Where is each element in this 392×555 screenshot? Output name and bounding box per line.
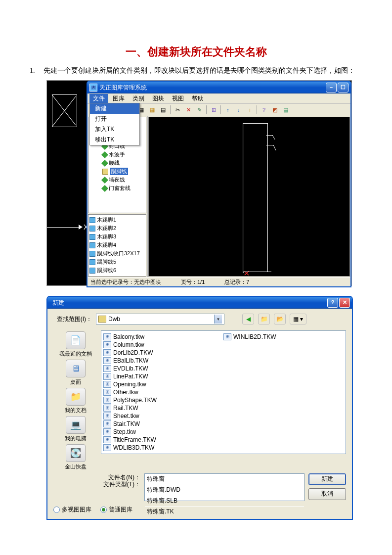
- list-item[interactable]: 木踢脚2: [97, 225, 116, 232]
- tree-node-selected[interactable]: 踢脚线: [110, 168, 128, 175]
- block-list[interactable]: 木踢脚1 木踢脚2 木踢脚3 木踢脚4 踢脚线收口32X17 踢脚线5 踢脚线6: [88, 214, 146, 277]
- tool-grid2-icon[interactable]: ▦: [147, 105, 157, 115]
- tree-node[interactable]: 水波手: [109, 151, 125, 158]
- menu-library[interactable]: 图库: [109, 94, 128, 103]
- menu-category[interactable]: 类别: [129, 94, 148, 103]
- file-item[interactable]: 圕Stair.TKW: [103, 420, 223, 428]
- tool-up-icon[interactable]: ↑: [223, 105, 233, 115]
- up-button[interactable]: 📁: [258, 314, 270, 324]
- mycomputer-icon: 💻: [66, 416, 86, 434]
- file-item[interactable]: 圕WINLIB2D.TKW: [223, 333, 344, 341]
- filetype-option[interactable]: 特殊窗.TK: [145, 506, 304, 517]
- radio-icon: [53, 507, 60, 513]
- menuitem-remove-tk[interactable]: 移出TK: [90, 135, 139, 145]
- dialog-titlebar[interactable]: 新建 ? ✕: [47, 297, 352, 309]
- folder-icon: [98, 316, 106, 323]
- window-title: 天正图库管理系统: [99, 84, 325, 92]
- filetype-option[interactable]: 特殊窗.SLB: [145, 495, 304, 506]
- preview-pane[interactable]: ×: [148, 117, 350, 277]
- list-item[interactable]: 木踢脚1: [97, 216, 116, 224]
- radio-normal[interactable]: 普通图库: [100, 506, 132, 514]
- list-item[interactable]: 踢脚线5: [97, 258, 116, 266]
- filename-combo[interactable]: 特殊窗 特殊窗.DWD 特殊窗.SLB 特殊窗.TK: [144, 473, 305, 501]
- place-kdisk[interactable]: 💽 金山快盘: [65, 444, 87, 470]
- file-item[interactable]: 圕Step.tkw: [103, 428, 223, 436]
- new-folder-button[interactable]: 📂: [274, 314, 286, 324]
- file-dropdown: 新建 打开 加入TK 移出TK: [89, 103, 140, 145]
- tool-layout-icon[interactable]: ⊞: [209, 105, 218, 115]
- menu-block[interactable]: 图块: [149, 94, 168, 103]
- file-item[interactable]: 圕Rail.TKW: [103, 404, 223, 412]
- filetype-option[interactable]: 特殊窗.DWD: [145, 484, 304, 495]
- tree-node[interactable]: 墙夜线: [109, 176, 125, 184]
- menuitem-open[interactable]: 打开: [90, 114, 139, 124]
- file-name: Opening.tkw: [113, 381, 146, 388]
- tool-delete-icon[interactable]: ✕: [183, 105, 193, 115]
- tree-node[interactable]: 腰线: [109, 159, 120, 167]
- menu-view[interactable]: 视图: [169, 94, 187, 103]
- tool-opt-icon[interactable]: ◩: [270, 105, 280, 115]
- file-item[interactable]: 圕Opening.tkw: [103, 380, 223, 388]
- file-item[interactable]: 圕LinePat.TKW: [103, 372, 223, 380]
- maximize-button[interactable]: ☐: [338, 83, 348, 92]
- list-item[interactable]: 木踢脚4: [97, 241, 116, 249]
- tool-help-icon[interactable]: ?: [259, 105, 269, 115]
- tree-node[interactable]: 门窗套线: [109, 185, 131, 192]
- view-button[interactable]: ▦ ▾: [290, 314, 306, 324]
- minimize-button[interactable]: –: [326, 83, 337, 92]
- list-number: 1.: [30, 65, 44, 76]
- library-window: 圕 天正图库管理系统 – ☐ 文件 新建 打开 加入TK 移出TK 图库 类别 …: [87, 81, 351, 287]
- file-item[interactable]: 圕PolyShape.TKW: [103, 396, 223, 404]
- lookin-combo[interactable]: Dwb ▼: [96, 314, 224, 324]
- file-icon: 圕: [103, 436, 111, 443]
- file-name: WDLIB3D.TKW: [113, 444, 154, 451]
- place-recent[interactable]: 📄 我最近的文档: [59, 331, 92, 358]
- file-name: Rail.TKW: [113, 405, 138, 412]
- place-desktop[interactable]: 🖥 桌面: [66, 360, 86, 386]
- recent-icon: 📄: [66, 331, 86, 349]
- list-item[interactable]: 踢脚线收口32X17: [97, 250, 140, 257]
- file-icon: 圕: [103, 444, 111, 451]
- file-name: DorLib2D.TKW: [113, 349, 153, 356]
- chevron-down-icon[interactable]: ▼: [214, 315, 222, 324]
- tool-down-icon[interactable]: ↓: [234, 105, 244, 115]
- help-button[interactable]: ?: [327, 298, 338, 308]
- back-button[interactable]: ◀: [242, 314, 254, 324]
- list-item[interactable]: 木踢脚3: [97, 233, 116, 240]
- file-item[interactable]: 圕TitleFrame.TKW: [103, 436, 223, 444]
- file-item[interactable]: 圕Other.tkw: [103, 388, 223, 396]
- place-mycomputer[interactable]: 💻 我的电脑: [65, 416, 87, 442]
- file-item[interactable]: 圕Sheet.tkw: [103, 412, 223, 420]
- tool-info-icon[interactable]: ⅰ: [245, 105, 255, 115]
- paragraph: 1. 先建一个要创建块所属的文件类别，即改块以后要选择的话是去哪个图类类别的文件…: [30, 65, 362, 76]
- screenshot-library-window: X 圕 天正图库管理系统 – ☐ 文件 新建 打开 加入TK 移出TK 图库 类…: [46, 80, 352, 286]
- tool-list-icon[interactable]: ▤: [158, 105, 168, 115]
- menu-help[interactable]: 帮助: [188, 94, 207, 103]
- file-icon: 圕: [103, 405, 111, 412]
- file-item[interactable]: 圕EBalLib.TKW: [103, 357, 223, 365]
- radio-label: 普通图库: [109, 506, 132, 514]
- file-item[interactable]: 圕WDLIB3D.TKW: [103, 444, 223, 452]
- radio-multi[interactable]: 多视图图库: [53, 506, 91, 514]
- paragraph-body: 先建一个要创建块所属的文件类别，即改块以后要选择的话是去哪个图类类别的文件夹下选…: [44, 65, 362, 76]
- list-item[interactable]: 踢脚线6: [97, 267, 116, 274]
- menuitem-load-tk[interactable]: 加入TK: [90, 124, 139, 135]
- place-mydocs[interactable]: 📁 我的文档: [65, 388, 87, 414]
- file-list[interactable]: 圕Balcony.tkw圕Column.tkw圕DorLib2D.TKW圕EBa…: [101, 330, 346, 454]
- new-button[interactable]: 新建: [308, 473, 346, 485]
- file-item[interactable]: 圕DorLib2D.TKW: [103, 349, 223, 357]
- file-item[interactable]: 圕EVDLib.TKW: [103, 365, 223, 372]
- file-icon: 圕: [223, 333, 231, 340]
- close-button[interactable]: ✕: [339, 298, 350, 308]
- file-item[interactable]: 圕Balcony.tkw: [103, 333, 223, 341]
- titlebar[interactable]: 圕 天正图库管理系统 – ☐: [87, 82, 350, 93]
- tool-rename-icon[interactable]: ✎: [194, 105, 204, 115]
- statusbar: 当前选中记录号：无选中图块 页号：1/1 总记录：7: [87, 277, 350, 286]
- cancel-button[interactable]: 取消: [308, 488, 346, 500]
- tool-exit-icon[interactable]: ▤: [281, 105, 291, 115]
- menuitem-new[interactable]: 新建: [90, 103, 139, 114]
- file-name: Sheet.tkw: [113, 413, 139, 419]
- menu-file[interactable]: 文件 新建 打开 加入TK 移出TK: [89, 94, 108, 103]
- tool-cut-icon[interactable]: ✂: [173, 105, 182, 115]
- file-item[interactable]: 圕Column.tkw: [103, 341, 223, 349]
